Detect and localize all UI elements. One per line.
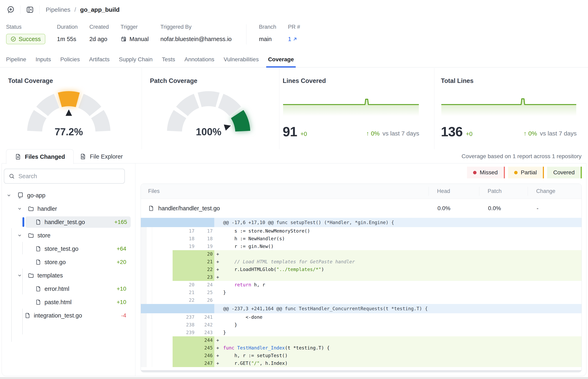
folder-icon xyxy=(28,205,34,212)
created-label: Created xyxy=(89,24,109,30)
tab-tests[interactable]: Tests xyxy=(162,52,175,67)
new-chat-icon[interactable] xyxy=(6,5,15,14)
coverage-gutter-col xyxy=(141,329,147,336)
code-text: // Load HTML templates for GetPaste hand… xyxy=(223,259,355,264)
file-icon xyxy=(35,299,41,305)
tree-item-templates[interactable]: templates xyxy=(2,270,135,281)
pr-number: 1 xyxy=(288,36,291,43)
lines-covered-title: Lines Covered xyxy=(283,77,419,85)
diff-line[interactable]: 247+ r.GET("/", h.Index) xyxy=(141,359,582,367)
old-line-number xyxy=(173,273,195,281)
tree-item-store-go[interactable]: store.go+20 xyxy=(2,256,135,268)
gutter-spacer xyxy=(152,289,173,296)
old-line-number: 238 xyxy=(173,321,195,329)
code-text: h := NewHandler(s) xyxy=(223,236,285,241)
tab-file-explorer[interactable]: File Explorer xyxy=(74,150,128,163)
chevron-down-icon[interactable] xyxy=(17,233,22,238)
tree-item-store-test-go[interactable]: store_test.go+64 xyxy=(2,243,135,254)
tab-files-changed[interactable]: Files Changed xyxy=(6,149,74,164)
coverage-gutter-col xyxy=(147,296,152,304)
gutter-spacer xyxy=(152,258,173,266)
new-line-number: 17 xyxy=(195,227,213,235)
diff-line[interactable]: 245+func TestHandler_Index(t *testing.T)… xyxy=(141,344,582,352)
old-line-number: 22 xyxy=(173,296,195,304)
legend-label: Missed xyxy=(480,169,498,176)
coverage-page: Pipelines / go_app_build Status Success … xyxy=(0,0,588,379)
created-value: 2d ago xyxy=(89,34,109,44)
new-line-number: 247 xyxy=(195,359,213,367)
diff-horizontal-scrollbar[interactable] xyxy=(141,370,582,372)
diff-line[interactable]: 23+ xyxy=(141,273,582,281)
tree-item-label: integration_test.go xyxy=(34,312,82,319)
tab-policies[interactable]: Policies xyxy=(60,52,80,67)
chevron-down-icon[interactable] xyxy=(6,193,11,198)
diff-line[interactable]: 20+ xyxy=(141,250,582,258)
tree-item-label: store xyxy=(37,232,50,239)
diff-line[interactable]: 2125} xyxy=(141,289,582,296)
tab-annotations[interactable]: Annotations xyxy=(184,52,214,67)
tree-item-integration-test-go[interactable]: integration_test.go-4 xyxy=(2,310,135,321)
diff-line[interactable]: 21+ // Load HTML templates for GetPaste … xyxy=(141,258,582,266)
hunk-header-text: @@ -17,6 +17,10 @@ func setupTest() (*Ha… xyxy=(214,220,394,225)
meta-triggered-by: Triggered By nofar.bluestein@harness.io xyxy=(161,24,232,44)
page-bottom-scrollbar[interactable] xyxy=(0,377,588,379)
old-line-number: 19 xyxy=(173,242,195,250)
coverage-gutter-col xyxy=(147,336,152,344)
new-line-number: 23 xyxy=(195,273,213,281)
diff-line[interactable]: 237241 <-done xyxy=(141,313,582,321)
coverage-gutter-col xyxy=(147,273,152,281)
diff-line[interactable]: 2226 xyxy=(141,296,582,304)
tab-supply-chain[interactable]: Supply Chain xyxy=(119,52,153,67)
tree-item-store[interactable]: store xyxy=(2,230,135,241)
file-row-handler-handler-test-go[interactable]: handler/handler_test.go0.0%0.0%- xyxy=(141,199,582,218)
collapse-sidebar-icon[interactable] xyxy=(25,5,35,14)
files-changed-label: Files Changed xyxy=(25,154,65,160)
tree-item-paste-html[interactable]: paste.html+10 xyxy=(2,297,135,308)
chevron-down-icon[interactable] xyxy=(17,273,22,278)
diff-line[interactable]: 239243} xyxy=(141,329,582,336)
branch-value: main xyxy=(259,34,277,44)
diff-marker: + xyxy=(214,361,223,366)
tab-inputs[interactable]: Inputs xyxy=(36,52,51,67)
tree-item-go-app[interactable]: go-app xyxy=(2,190,135,201)
external-link-icon xyxy=(292,36,298,42)
coverage-gutter-col xyxy=(141,258,147,266)
search-box[interactable] xyxy=(4,169,125,184)
pr-number-link[interactable]: 1 xyxy=(288,36,298,43)
tab-pipeline[interactable]: Pipeline xyxy=(6,52,26,67)
diff-line[interactable]: 246+ h, r := setupTest() xyxy=(141,352,582,359)
tab-artifacts[interactable]: Artifacts xyxy=(89,52,110,67)
tree-item-error-html[interactable]: error.html+10 xyxy=(2,283,135,294)
coverage-gutter-col xyxy=(141,235,147,242)
diff-line[interactable]: 1818 h := NewHandler(s) xyxy=(141,235,582,242)
search-input[interactable] xyxy=(18,173,120,180)
file-icon xyxy=(35,219,41,225)
tab-vulnerabilities[interactable]: Vulnerabilities xyxy=(224,52,259,67)
diff-line[interactable]: 22+ r.LoadHTMLGlob("../templates/*") xyxy=(141,266,582,273)
legend-dot-icon xyxy=(514,171,518,174)
diff-line[interactable]: 1919 r := gin.New() xyxy=(141,242,582,250)
change-count-badge: +165 xyxy=(114,219,127,225)
diff-line[interactable]: 244+ xyxy=(141,336,582,344)
coverage-gutter-col xyxy=(147,313,152,321)
coverage-gutter-col xyxy=(147,258,152,266)
meta-trigger: Trigger Manual xyxy=(121,24,149,44)
diff-line[interactable]: 1717 s := store.NewMemoryStore() xyxy=(141,227,582,235)
breadcrumb-pipelines[interactable]: Pipelines xyxy=(46,6,70,13)
diff-line[interactable]: 2024 return h, r xyxy=(141,281,582,289)
tree-item-label: handler_test.go xyxy=(45,219,85,225)
diff-line[interactable]: 238242 } xyxy=(141,321,582,329)
tree-item-handler-test-go[interactable]: handler_test.go+165 xyxy=(25,216,131,228)
gutter-spacer xyxy=(152,235,173,242)
total-lines-title: Total Lines xyxy=(441,77,577,85)
code-text: return h, r xyxy=(223,282,265,287)
breadcrumb-separator: / xyxy=(74,6,76,13)
chevron-down-icon[interactable] xyxy=(17,206,22,211)
gutter-spacer xyxy=(152,352,173,359)
tree-item-handler[interactable]: handler xyxy=(2,203,135,214)
tab-coverage[interactable]: Coverage xyxy=(268,52,294,67)
patch-value: 0.0% xyxy=(479,205,528,212)
change-count-badge: +10 xyxy=(117,299,127,305)
total-lines-trend: ↑ 0% vs last 7 days xyxy=(524,130,577,138)
lines-covered-trend: ↑ 0% vs last 7 days xyxy=(366,130,419,138)
